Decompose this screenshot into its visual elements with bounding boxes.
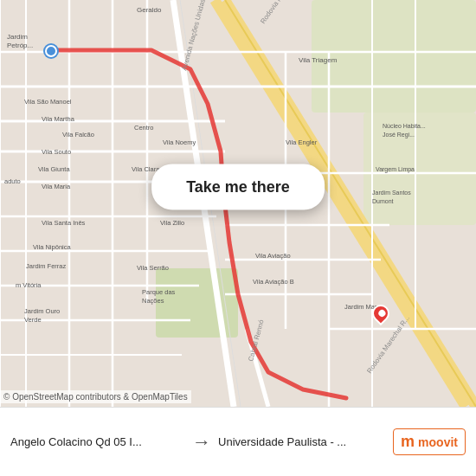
svg-text:Geraldo: Geraldo bbox=[137, 6, 162, 14]
svg-text:José Regi...: José Regi... bbox=[383, 132, 415, 138]
svg-text:Vila Aviação: Vila Aviação bbox=[255, 252, 291, 260]
route-arrow: → bbox=[185, 431, 218, 453]
svg-text:Jardim Ouro: Jardim Ouro bbox=[24, 307, 60, 315]
route-from: Angelo Colacino Qd 05 I... bbox=[10, 435, 185, 448]
svg-text:Dumont: Dumont bbox=[372, 198, 394, 204]
bottom-bar: Angelo Colacino Qd 05 I... → Universidad… bbox=[0, 407, 476, 476]
route-to-name: Universidade Paulista - ... bbox=[218, 435, 393, 448]
destination-marker bbox=[372, 305, 389, 329]
svg-text:Jardim Santos: Jardim Santos bbox=[372, 190, 411, 196]
svg-rect-1 bbox=[156, 268, 238, 338]
svg-text:Vila Nipônica: Vila Nipônica bbox=[33, 243, 71, 251]
svg-text:Vila Engler: Vila Engler bbox=[286, 138, 318, 146]
moovit-logo: m moovit bbox=[393, 428, 466, 455]
svg-text:Jardim Ferraz: Jardim Ferraz bbox=[26, 262, 67, 270]
svg-text:Vila Maria: Vila Maria bbox=[42, 183, 71, 190]
svg-text:Jardim: Jardim bbox=[7, 33, 28, 41]
take-me-there-button[interactable]: Take me there bbox=[151, 164, 325, 210]
svg-text:aduto: aduto bbox=[4, 177, 21, 185]
svg-text:Centro: Centro bbox=[134, 124, 154, 132]
svg-text:Vila Martha: Vila Martha bbox=[42, 115, 75, 123]
svg-text:Petróp...: Petróp... bbox=[7, 42, 33, 49]
svg-text:Nações: Nações bbox=[142, 297, 164, 305]
svg-text:Vila Zillo: Vila Zillo bbox=[160, 219, 184, 227]
svg-text:Núcleo Habita...: Núcleo Habita... bbox=[383, 123, 426, 129]
svg-text:Vila Triagem: Vila Triagem bbox=[299, 56, 338, 64]
svg-text:Verde: Verde bbox=[24, 316, 42, 324]
svg-text:Vila Falcão: Vila Falcão bbox=[62, 131, 94, 138]
moovit-icon: m bbox=[401, 433, 415, 451]
route-from-name: Angelo Colacino Qd 05 I... bbox=[10, 435, 185, 448]
map-attribution: © OpenStreetMap contributors & OpenMapTi… bbox=[0, 390, 191, 403]
svg-text:Vila São Manoel: Vila São Manoel bbox=[24, 98, 72, 106]
svg-text:Vila Serrão: Vila Serrão bbox=[137, 264, 169, 272]
svg-text:Vila Giunta: Vila Giunta bbox=[38, 165, 70, 173]
svg-text:Vila Aviação B: Vila Aviação B bbox=[253, 278, 294, 286]
svg-text:Vila Noemy: Vila Noemy bbox=[163, 138, 196, 146]
map-container: Jardim Petróp... Geraldo Vila Triagem Vi… bbox=[0, 0, 476, 407]
origin-marker bbox=[45, 45, 57, 57]
route-to: Universidade Paulista - ... bbox=[218, 435, 393, 448]
svg-text:Vargem Limpa: Vargem Limpa bbox=[376, 166, 415, 173]
svg-text:Parque das: Parque das bbox=[142, 288, 176, 296]
moovit-text: moovit bbox=[418, 435, 458, 449]
svg-text:Vila Santa Inês: Vila Santa Inês bbox=[42, 219, 86, 227]
svg-text:Vila Souto: Vila Souto bbox=[42, 148, 71, 156]
svg-text:m Vitória: m Vitória bbox=[16, 281, 42, 289]
